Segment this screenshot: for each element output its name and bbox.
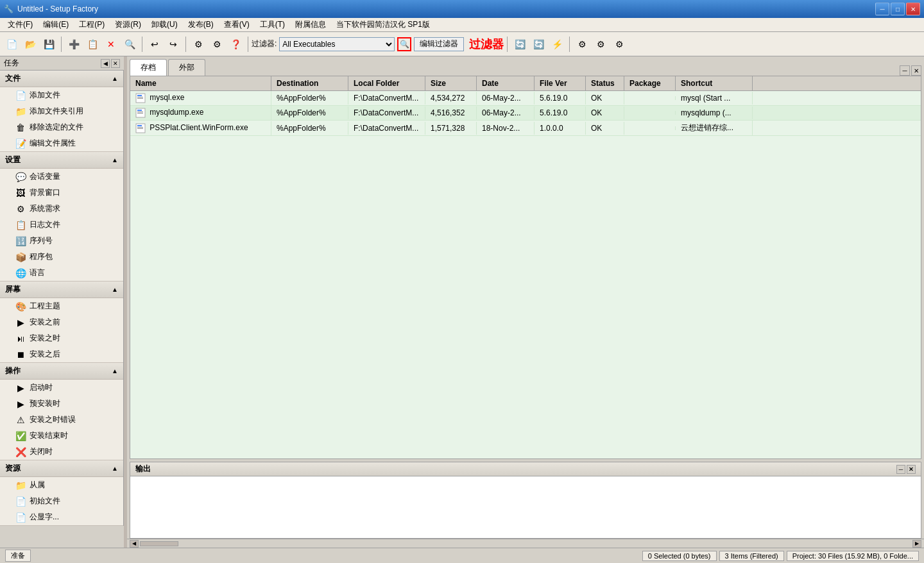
col-header-shortcut[interactable]: Shortcut xyxy=(676,76,753,90)
horizontal-scrollbar[interactable]: ◀ ▶ xyxy=(127,539,924,548)
menu-view[interactable]: 查看(V) xyxy=(219,18,255,31)
menu-publish[interactable]: 发布(B) xyxy=(183,18,219,31)
sidebar-item-language[interactable]: 🌐 语言 xyxy=(0,265,123,281)
sidebar-item-serial[interactable]: 🔢 序列号 xyxy=(0,233,123,249)
col-header-package[interactable]: Package xyxy=(624,76,676,90)
sidebar-item-bg-window[interactable]: 🖼 背景窗口 xyxy=(0,185,123,201)
sidebar-item-install-error[interactable]: ⚠ 安装之时错误 xyxy=(0,412,123,428)
toolbar-extra2-btn[interactable]: 🔄 xyxy=(529,35,547,53)
sidebar-section-ops-header[interactable]: 操作 ▲ xyxy=(0,363,123,380)
output-body[interactable] xyxy=(130,476,921,538)
edit-file-props-icon: 📝 xyxy=(15,139,26,149)
toolbar-new-btn[interactable]: 📄 xyxy=(3,35,21,53)
toolbar-help-btn[interactable]: ❓ xyxy=(227,35,244,53)
toolbar-open-btn[interactable]: 📂 xyxy=(21,35,39,53)
sidebar-item-startup[interactable]: ▶ 启动时 xyxy=(0,380,123,396)
tab-archive[interactable]: 存档 xyxy=(130,59,167,76)
sidebar-item-add-folder-ref[interactable]: 📁 添加文件夹引用 xyxy=(0,103,123,119)
sidebar-item-add-file[interactable]: 📄 添加文件 xyxy=(0,87,123,103)
sidebar-item-log-file[interactable]: 📋 日志文件 xyxy=(0,217,123,233)
toolbar-extra1-btn[interactable]: 🔄 xyxy=(511,35,529,53)
toolbar-save-btn[interactable]: 💾 xyxy=(40,35,58,53)
sidebar-section-files: 文件 ▲ 📄 添加文件 📁 添加文件夹引用 🗑 移除选定的文件 📝 xyxy=(0,71,123,152)
toolbar-r1-btn[interactable]: ⚙ xyxy=(573,35,591,53)
sidebar-item-serial-label: 序列号 xyxy=(30,235,53,246)
toolbar-settings-group: ⚙ ⚙ ❓ xyxy=(189,35,244,53)
sidebar-item-initial-files[interactable]: 📄 初始文件 xyxy=(0,493,123,509)
toolbar-find-btn[interactable]: 🔍 xyxy=(121,35,139,53)
cell-package-2 xyxy=(624,111,676,115)
toolbar-delete-btn[interactable]: ✕ xyxy=(102,35,120,53)
close-button[interactable]: ✕ xyxy=(906,3,920,15)
sidebar-close-btn[interactable]: ✕ xyxy=(111,59,120,68)
col-header-file-ver[interactable]: File Ver xyxy=(535,76,586,90)
scroll-right-btn[interactable]: ▶ xyxy=(912,540,921,548)
sidebar-section-resources-header[interactable]: 资源 ▲ xyxy=(0,460,123,477)
menu-resources[interactable]: 资源(R) xyxy=(110,18,146,31)
sidebar-item-sys-req[interactable]: ⚙ 系统需求 xyxy=(0,201,123,217)
sidebar-item-public[interactable]: 📄 公显字... xyxy=(0,509,123,525)
menu-tools[interactable]: 工具(T) xyxy=(255,18,290,31)
toolbar-redo-btn[interactable]: ↪ xyxy=(164,35,182,53)
svg-rect-6 xyxy=(137,112,143,112)
add-file-icon: 📄 xyxy=(15,90,26,101)
filter-icon-btn[interactable]: 🔍 xyxy=(397,37,411,51)
edit-filter-button[interactable]: 编辑过滤器 xyxy=(414,37,464,51)
toolbar-r3-btn[interactable]: ⚙ xyxy=(610,35,628,53)
sidebar-item-edit-file-props[interactable]: 📝 编辑文件属性 xyxy=(0,135,123,151)
sidebar-section-settings-header[interactable]: 设置 ▲ xyxy=(0,152,123,169)
col-header-name[interactable]: Name xyxy=(130,76,271,90)
table-row[interactable]: mysqldump.exe %AppFolder% F:\DataConvert… xyxy=(130,106,921,121)
minimize-button[interactable]: ─ xyxy=(875,3,889,15)
sidebar-item-install-end[interactable]: ✅ 安装结束时 xyxy=(0,428,123,444)
menu-appended[interactable]: 附属信息 xyxy=(290,18,331,31)
during-install-icon: ⏯ xyxy=(15,333,26,344)
sidebar-item-remove-file[interactable]: 🗑 移除选定的文件 xyxy=(0,119,123,135)
toolbar-extra3-btn[interactable]: ⚡ xyxy=(548,35,566,53)
scroll-left-btn[interactable]: ◀ xyxy=(130,540,139,548)
sidebar-item-package[interactable]: 📦 程序包 xyxy=(0,249,123,265)
table-row[interactable]: PSSPlat.Client.WinForm.exe %AppFolder% F… xyxy=(130,121,921,136)
col-header-destination[interactable]: Destination xyxy=(271,76,348,90)
sidebar-item-after-install[interactable]: ⏹ 安装之后 xyxy=(0,346,123,362)
sidebar-section-screens-header[interactable]: 屏幕 ▲ xyxy=(0,282,123,298)
toolbar-r2-btn[interactable]: ⚙ xyxy=(592,35,610,53)
col-header-local-folder[interactable]: Local Folder xyxy=(348,76,425,90)
col-header-status[interactable]: Status xyxy=(586,76,624,90)
menu-about[interactable]: 当下软件园简洁汉化 SP1版 xyxy=(331,18,435,31)
sidebar-item-during-install[interactable]: ⏯ 安装之时 xyxy=(0,330,123,346)
output-close-btn[interactable]: ✕ xyxy=(907,465,916,474)
tab-close-btn[interactable]: ✕ xyxy=(911,65,921,76)
col-header-size[interactable]: Size xyxy=(425,76,477,90)
maximize-button[interactable]: □ xyxy=(891,3,905,15)
cell-dest-3: %AppFolder% xyxy=(271,122,348,135)
filter-select[interactable]: All Executables All Files Executable Fil… xyxy=(279,37,395,51)
menu-uninstall[interactable]: 卸载(U) xyxy=(146,18,183,31)
menu-edit[interactable]: 编辑(E) xyxy=(38,18,74,31)
toolbar-copy-btn[interactable]: 📋 xyxy=(83,35,101,53)
menu-project[interactable]: 工程(P) xyxy=(74,18,110,31)
toolbar-settings2-btn[interactable]: ⚙ xyxy=(208,35,226,53)
tab-minimize-btn[interactable]: ─ xyxy=(900,65,910,76)
sidebar-toggle-btn[interactable]: ◀ xyxy=(101,59,110,68)
toolbar-add-btn[interactable]: ➕ xyxy=(65,35,83,53)
output-minimize-btn[interactable]: ─ xyxy=(896,465,905,474)
file-table-header: Name Destination Local Folder Size Date … xyxy=(130,76,921,91)
sidebar-item-pre-install[interactable]: ▶ 预安装时 xyxy=(0,396,123,412)
toolbar-undo-btn[interactable]: ↩ xyxy=(146,35,164,53)
toolbar-settings-btn[interactable]: ⚙ xyxy=(189,35,207,53)
add-folder-ref-icon: 📁 xyxy=(15,106,26,117)
sidebar-item-before-install[interactable]: ▶ 安装之前 xyxy=(0,314,123,330)
sidebar-section-files-header[interactable]: 文件 ▲ xyxy=(0,71,123,87)
menu-file[interactable]: 文件(F) xyxy=(3,18,38,31)
sidebar-item-session-vars[interactable]: 💬 会话变量 xyxy=(0,169,123,185)
scrollbar-thumb[interactable] xyxy=(140,541,178,546)
sidebar-item-theme[interactable]: 🎨 工程主题 xyxy=(0,298,123,314)
sidebar-item-dependencies[interactable]: 📁 从属 xyxy=(0,477,123,493)
toolbar: 📄 📂 💾 ➕ 📋 ✕ 🔍 ↩ ↪ ⚙ ⚙ ❓ 过滤器: All Executa… xyxy=(0,32,924,56)
col-header-date[interactable]: Date xyxy=(477,76,535,90)
table-row[interactable]: mysql.exe %AppFolder% F:\DataConvertM...… xyxy=(130,91,921,106)
sidebar-item-close[interactable]: ❌ 关闭时 xyxy=(0,444,123,460)
tab-external[interactable]: 外部 xyxy=(168,59,205,76)
pre-install-icon: ▶ xyxy=(15,399,26,409)
